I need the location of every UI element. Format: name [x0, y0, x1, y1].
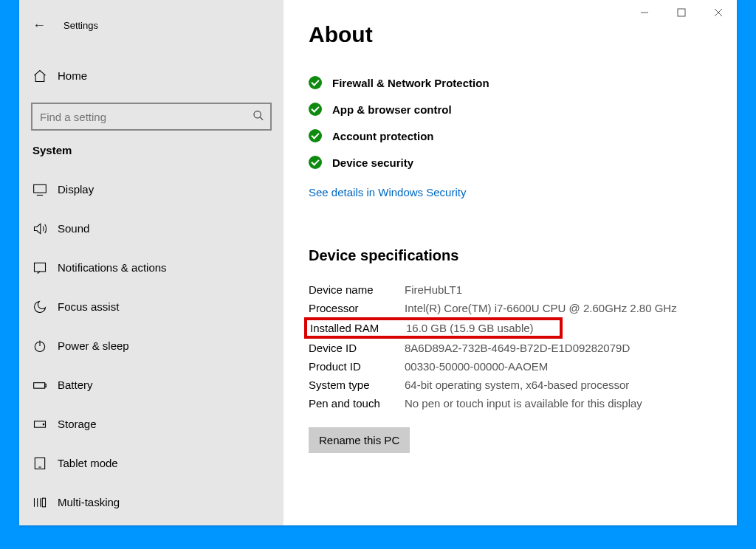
windows-security-link[interactable]: See details in Windows Security	[309, 186, 466, 198]
spec-value: 16.0 GB (15.9 GB usable)	[406, 322, 557, 334]
svg-line-1	[260, 117, 263, 120]
topbar: ← Settings	[19, 10, 284, 40]
close-button[interactable]	[700, 0, 737, 25]
maximize-button[interactable]	[663, 0, 700, 25]
spec-label: Device name	[309, 283, 405, 296]
spec-label: Device ID	[309, 342, 405, 354]
svg-rect-16	[42, 498, 45, 507]
svg-rect-4	[35, 263, 46, 272]
search-wrap	[31, 103, 272, 131]
search-input[interactable]	[31, 103, 272, 131]
nav-item-label: Display	[58, 183, 94, 196]
svg-point-0	[254, 111, 261, 118]
nav: Home System Display Sound Notifications …	[19, 56, 284, 522]
status-label: Device security	[332, 156, 413, 169]
focus-assist-icon	[32, 300, 58, 314]
nav-display[interactable]: Display	[19, 170, 284, 209]
spec-system-type: System type 64-bit operating system, x64…	[309, 376, 712, 394]
battery-icon	[32, 378, 58, 393]
storage-icon	[32, 417, 58, 432]
nav-multitasking[interactable]: Multi-tasking	[19, 483, 284, 522]
spec-value: 00330-50000-00000-AAOEM	[405, 360, 712, 373]
status-label: Firewall & Network Protection	[332, 77, 489, 89]
nav-tablet-mode[interactable]: Tablet mode	[19, 443, 284, 483]
nav-item-label: Focus assist	[58, 300, 119, 313]
sound-icon	[32, 221, 58, 236]
sidebar: ← Settings Home System Display	[19, 0, 284, 525]
nav-notifications[interactable]: Notifications & actions	[19, 248, 284, 287]
spec-value: No pen or touch input is available for t…	[405, 397, 712, 410]
nav-home[interactable]: Home	[19, 56, 284, 95]
svg-rect-2	[34, 184, 47, 193]
spec-value: 64-bit operating system, x64-based proce…	[405, 379, 712, 391]
spec-label: System type	[309, 379, 405, 391]
spec-value: 8A6D89A2-732B-4649-B72D-E1D09282079D	[405, 342, 712, 354]
nav-sound[interactable]: Sound	[19, 209, 284, 248]
status-account: Account protection	[309, 122, 712, 149]
check-icon	[309, 76, 322, 89]
content: About Firewall & Network Protection App …	[284, 0, 737, 525]
nav-battery[interactable]: Battery	[19, 365, 284, 404]
nav-item-label: Sound	[58, 222, 89, 235]
status-firewall: Firewall & Network Protection	[309, 69, 712, 96]
settings-window: ← Settings Home System Display	[19, 0, 737, 525]
svg-point-10	[43, 424, 44, 425]
status-label: App & browser control	[332, 103, 452, 116]
spec-installed-ram: Installed RAM 16.0 GB (15.9 GB usable)	[304, 317, 563, 339]
security-status-list: Firewall & Network Protection App & brow…	[309, 69, 712, 176]
nav-item-label: Power & sleep	[58, 339, 129, 352]
spec-processor: Processor Intel(R) Core(TM) i7-6600U CPU…	[309, 299, 712, 317]
display-icon	[32, 182, 58, 197]
rename-pc-button[interactable]: Rename this PC	[309, 427, 410, 453]
spec-label: Installed RAM	[310, 322, 406, 334]
app-title: Settings	[63, 20, 98, 31]
spec-product-id: Product ID 00330-50000-00000-AAOEM	[309, 357, 712, 376]
window-controls	[626, 0, 737, 25]
nav-home-label: Home	[58, 69, 87, 82]
check-icon	[309, 103, 322, 116]
check-icon	[309, 156, 322, 169]
page-title: About	[309, 22, 712, 47]
power-icon	[32, 339, 58, 353]
status-device-security: Device security	[309, 149, 712, 176]
notifications-icon	[32, 260, 58, 275]
nav-section: System	[19, 144, 284, 156]
spec-value: FireHubLT1	[405, 283, 712, 296]
nav-item-label: Notifications & actions	[58, 261, 167, 274]
nav-storage[interactable]: Storage	[19, 404, 284, 443]
minimize-button[interactable]	[626, 0, 663, 25]
nav-focus-assist[interactable]: Focus assist	[19, 287, 284, 326]
spec-value: Intel(R) Core(TM) i7-6600U CPU @ 2.60GHz…	[405, 302, 712, 314]
back-icon[interactable]: ←	[32, 18, 56, 33]
nav-item-label: Multi-tasking	[58, 496, 120, 508]
search-icon	[252, 110, 264, 124]
svg-rect-7	[34, 382, 45, 388]
svg-rect-8	[45, 384, 47, 387]
spec-label: Processor	[309, 302, 405, 314]
home-icon	[32, 69, 58, 83]
status-label: Account protection	[332, 130, 434, 142]
check-icon	[309, 129, 322, 142]
nav-item-label: Tablet mode	[58, 457, 118, 469]
device-spec-title: Device specifications	[309, 247, 712, 264]
spec-label: Product ID	[309, 360, 405, 373]
nav-power-sleep[interactable]: Power & sleep	[19, 326, 284, 365]
nav-item-label: Storage	[58, 418, 97, 430]
tablet-icon	[32, 456, 58, 471]
spec-device-id: Device ID 8A6D89A2-732B-4649-B72D-E1D092…	[309, 339, 712, 357]
spec-pen-touch: Pen and touch No pen or touch input is a…	[309, 394, 712, 412]
nav-item-label: Battery	[58, 379, 93, 391]
multitasking-icon	[32, 495, 58, 510]
svg-rect-18	[678, 9, 685, 16]
status-app-browser: App & browser control	[309, 96, 712, 122]
spec-label: Pen and touch	[309, 397, 405, 410]
spec-device-name: Device name FireHubLT1	[309, 280, 712, 299]
